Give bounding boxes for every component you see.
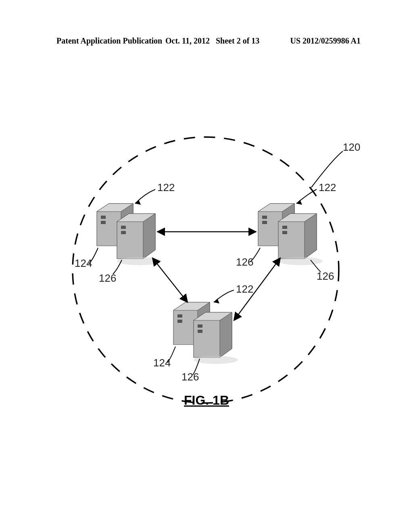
svg-rect-21 (282, 231, 287, 234)
link-left (152, 258, 188, 302)
svg-rect-16 (262, 221, 267, 224)
figure-1b: 120 122 122 122 124 126 126 126 124 126 (52, 129, 359, 419)
svg-rect-3 (101, 216, 106, 219)
svg-rect-4 (101, 221, 106, 224)
ref-126-b: 126 (181, 371, 199, 383)
svg-marker-19 (305, 214, 317, 259)
figure-svg (52, 129, 359, 419)
ref-122-tl: 122 (157, 181, 175, 194)
header-pub-number: US 2012/0259986 A1 (290, 36, 361, 46)
svg-rect-20 (282, 226, 287, 229)
server-pair-bottom (167, 290, 238, 375)
svg-rect-15 (262, 216, 267, 219)
svg-rect-27 (177, 314, 182, 318)
page-header: Patent Application Publication Oct. 11, … (0, 36, 413, 48)
ref-126-tr-front: 126 (317, 270, 334, 283)
svg-rect-28 (177, 320, 182, 323)
ref-122-b: 122 (236, 283, 253, 295)
header-date-sheet: Oct. 11, 2012 Sheet 2 of 13 (165, 36, 259, 46)
ref-124-b: 124 (153, 357, 171, 369)
svg-rect-8 (121, 226, 126, 229)
server-126-tr-front (278, 214, 323, 265)
server-126-b (194, 312, 238, 364)
svg-rect-33 (198, 330, 202, 333)
server-126-tl (117, 214, 161, 265)
ref-126-tl: 126 (99, 272, 116, 285)
header-sheet: Sheet 2 of 13 (216, 36, 259, 45)
ref-120: 120 (343, 141, 360, 154)
svg-rect-9 (121, 231, 126, 234)
header-date: Oct. 11, 2012 (165, 36, 210, 45)
server-pair-top-left (89, 189, 161, 274)
figure-caption: FIG. 1B (0, 393, 413, 408)
svg-point-22 (278, 257, 323, 265)
svg-marker-7 (143, 214, 155, 259)
svg-marker-31 (220, 312, 232, 357)
server-pair-top-right (250, 189, 323, 272)
svg-point-34 (194, 356, 238, 364)
ref-122-tr: 122 (319, 181, 336, 194)
ref-124-tl: 124 (75, 257, 92, 270)
svg-rect-32 (198, 324, 202, 328)
ref-126-tr-back: 126 (236, 256, 253, 268)
header-pub-type: Patent Application Publication (56, 36, 162, 46)
